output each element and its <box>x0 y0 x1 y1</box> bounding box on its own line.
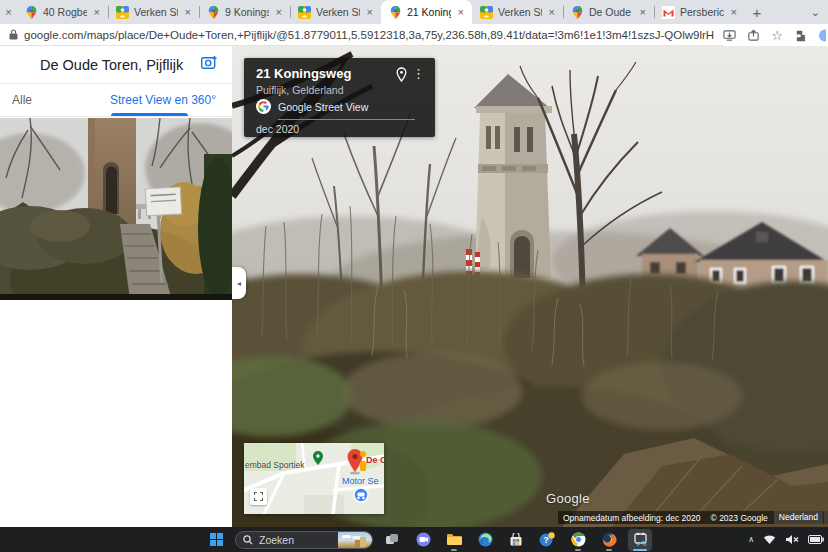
microsoft-store-button[interactable] <box>504 529 528 551</box>
volume-muted-icon[interactable] <box>785 534 799 545</box>
card-overflow-menu-icon[interactable]: ⋮ <box>412 66 425 81</box>
search-placeholder: Zoeken <box>259 534 294 546</box>
place-title: De Oude Toren, Pijflijk <box>40 57 183 73</box>
tab-close-icon[interactable]: × <box>365 6 375 19</box>
taskbar-search-box[interactable]: Zoeken <box>235 531 373 549</box>
battery-icon[interactable] <box>808 535 824 544</box>
extensions-icon[interactable] <box>794 29 807 42</box>
tab-alle[interactable]: Alle <box>12 93 32 107</box>
link-nederland[interactable]: Nederland <box>774 511 823 524</box>
card-title: 21 Koningsweg <box>256 66 351 81</box>
map-label-de-oude-toren: De Ou <box>366 455 384 465</box>
chrome-button[interactable] <box>566 529 590 551</box>
tab-close-icon[interactable]: × <box>5 6 11 18</box>
chat-icon <box>416 532 431 547</box>
street-view-icon <box>116 6 129 19</box>
get-help-icon: ? <box>539 532 555 547</box>
start-button[interactable] <box>204 529 228 551</box>
maps-sidebar: De Oude Toren, Pijflijk Alle Street View… <box>0 46 232 527</box>
link-voorwaarden[interactable]: Voorwaarden <box>824 511 828 524</box>
tab-close-icon[interactable]: × <box>183 6 193 19</box>
tray-chevron-icon[interactable]: ∧ <box>748 535 754 544</box>
new-tab-button[interactable]: + <box>745 0 769 24</box>
map-label-motor: Motor Se <box>342 476 379 486</box>
file-explorer-button[interactable] <box>442 529 466 551</box>
firefox-button[interactable] <box>597 529 621 551</box>
tab-verken-street-2[interactable]: Verken Street × <box>290 0 381 24</box>
tab-verken-street-3[interactable]: Verken Street × <box>472 0 563 24</box>
firefox-icon <box>602 532 617 547</box>
windows-taskbar: Zoeken ? <box>0 527 828 552</box>
system-tray: ∧ <box>748 527 828 552</box>
maps-pin-icon <box>207 6 220 19</box>
map-attribution-bar: Opnamedatum afbeelding: dec 2020 © 2023 … <box>558 511 828 524</box>
card-divider <box>278 119 415 120</box>
tab-label: Verken Street <box>316 6 360 18</box>
card-capture-date: dec 2020 <box>256 123 299 135</box>
store-icon <box>509 533 523 547</box>
snipping-tool-icon <box>633 532 648 547</box>
address-bar: google.com/maps/place/De+Oude+Toren,+Pij… <box>0 24 828 46</box>
search-highlight-image <box>338 532 372 549</box>
tab-21-koningsweg-active[interactable]: 21 Koningswe × <box>381 0 472 24</box>
install-app-icon[interactable] <box>723 29 736 42</box>
get-help-button[interactable]: ? <box>535 529 559 551</box>
task-view-icon <box>385 533 399 547</box>
expand-map-button[interactable] <box>250 488 267 505</box>
tab-label: 21 Koningswe <box>407 6 451 18</box>
maps-pin-icon <box>25 6 38 19</box>
search-icon <box>243 535 253 545</box>
tab-close-icon[interactable]: × <box>638 6 648 19</box>
card-source: Google Street View <box>278 101 368 113</box>
share-icon[interactable] <box>747 29 760 42</box>
bookmark-star-icon[interactable]: ☆ <box>771 29 783 42</box>
maps-pin-icon <box>571 6 584 19</box>
street-view-icon <box>480 6 493 19</box>
tab-search-chevron-icon[interactable]: ⌄ <box>811 0 820 24</box>
tab-persbericht[interactable]: Persbericht Sa × <box>654 0 745 24</box>
card-subtitle: Puiflijk, Gelderland <box>256 84 344 96</box>
capture-date-text: Opnamedatum afbeelding: dec 2020 <box>558 513 706 523</box>
tab-de-oude-toren[interactable]: De Oude Tore × <box>563 0 654 24</box>
maps-pin-icon <box>389 6 402 19</box>
google-watermark: Google <box>546 491 590 506</box>
tab-40-rogberg[interactable]: 40 Rogberg × <box>17 0 108 24</box>
street-view-panorama[interactable]: 21 Koningsweg Puiflijk, Gelderland Googl… <box>232 46 828 527</box>
google-g-logo <box>256 99 271 118</box>
tab-close-icon[interactable]: × <box>456 6 466 19</box>
card-pin-icon[interactable] <box>396 67 407 86</box>
tab-verken-street-1[interactable]: Verken Street × <box>108 0 199 24</box>
add-photo-icon[interactable] <box>201 55 218 74</box>
street-view-icon <box>298 6 311 19</box>
tab-9-koningsweg[interactable]: 9 Koningsweg × <box>199 0 290 24</box>
sidebar-tabbar: Alle Street View en 360° <box>0 84 232 117</box>
teams-chat-button[interactable] <box>411 529 435 551</box>
tab-label: De Oude Tore <box>589 6 633 18</box>
edge-button[interactable] <box>473 529 497 551</box>
gmail-icon <box>662 6 675 19</box>
file-explorer-icon <box>446 533 462 546</box>
tab-close-icon[interactable]: × <box>92 6 102 19</box>
tab-close-icon[interactable]: × <box>274 6 284 19</box>
street-view-thumbnail[interactable] <box>0 118 232 300</box>
active-tab-underline <box>111 113 188 116</box>
edge-icon <box>478 532 493 547</box>
lock-icon[interactable] <box>6 29 20 40</box>
tab-label: 9 Koningsweg <box>225 6 269 18</box>
profile-avatar-partial[interactable] <box>818 29 826 42</box>
wifi-icon[interactable] <box>763 534 776 545</box>
tab-close-icon[interactable]: × <box>547 6 557 19</box>
tab-partial[interactable]: × <box>0 0 17 24</box>
windows-logo-icon <box>210 533 223 546</box>
sidebar-header: De Oude Toren, Pijflijk <box>0 46 232 84</box>
snipping-tool-button[interactable] <box>628 529 652 551</box>
tab-label: Persbericht Sa <box>680 6 724 18</box>
task-view-button[interactable] <box>380 529 404 551</box>
tab-street-view-360[interactable]: Street View en 360° <box>110 93 216 107</box>
url-field[interactable]: google.com/maps/place/De+Oude+Toren,+Pij… <box>24 29 714 41</box>
tab-close-icon[interactable]: × <box>729 6 739 19</box>
sidebar-collapse-button[interactable]: ◂ <box>232 267 246 299</box>
chrome-icon <box>571 532 586 547</box>
mini-map[interactable]: embad Sportiek De Ou Motor Se <box>244 443 384 514</box>
address-bar-actions: ☆ <box>723 24 828 46</box>
